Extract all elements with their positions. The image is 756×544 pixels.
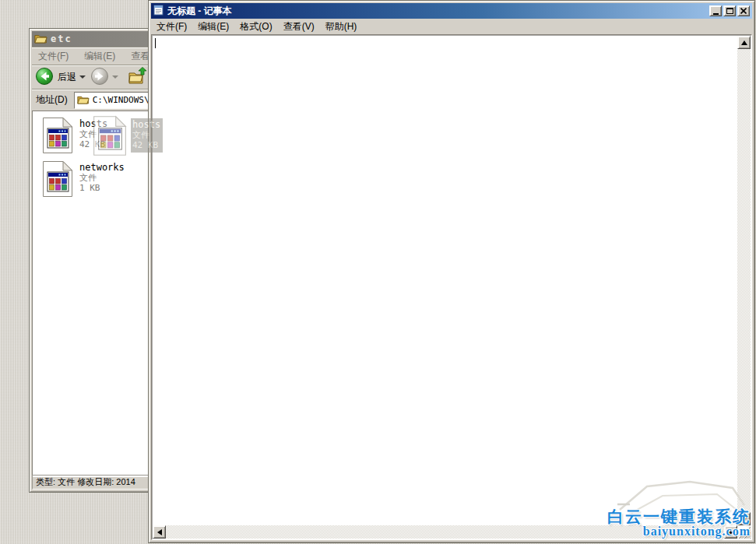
notepad-menu-edit[interactable]: 编辑(E)	[198, 20, 229, 33]
generic-file-icon	[93, 115, 127, 159]
vertical-scrollbar-track[interactable]	[737, 49, 751, 512]
notepad-menu-file[interactable]: 文件(F)	[156, 20, 187, 33]
gray-forward-arrow-icon	[90, 77, 109, 88]
notepad-window-title: 无标题 - 记事本	[167, 5, 232, 18]
back-button[interactable]: 后退	[35, 67, 76, 88]
file-name[interactable]: networks	[79, 162, 125, 173]
etc-menu-edit[interactable]: 编辑(E)	[84, 50, 115, 63]
back-dropdown-icon[interactable]	[79, 75, 86, 79]
up-folder-button[interactable]	[128, 67, 147, 88]
text-caret	[155, 38, 156, 48]
maximize-button[interactable]	[723, 5, 736, 16]
ghost-file-type: 文件	[132, 130, 160, 140]
drag-ghost-hosts: hosts 文件 42 KB	[93, 115, 163, 159]
close-button[interactable]	[737, 5, 750, 16]
notepad-text-area[interactable]	[151, 34, 752, 540]
address-label: 地址(D)	[36, 93, 68, 107]
green-back-arrow-icon	[35, 67, 54, 88]
notepad-menu-format[interactable]: 格式(O)	[240, 20, 272, 33]
address-value[interactable]: C:\WINDOWS\s	[93, 95, 154, 105]
open-folder-icon	[77, 94, 90, 107]
notepad-titlebar[interactable]: 无标题 - 记事本	[151, 3, 752, 19]
open-folder-icon	[34, 33, 47, 46]
watermark-url-text: baiyunxitong.com	[607, 525, 751, 539]
status-text: 类型: 文件 修改日期: 2014	[36, 476, 135, 488]
watermark-brand-text: 白云一键重装系统	[607, 508, 751, 525]
notepad-window[interactable]: 无标题 - 记事本 文件(F) 编辑(E) 格式(O) 查看(V) 帮助(H)	[148, 0, 755, 543]
generic-file-icon	[42, 117, 73, 156]
notepad-menubar: 文件(F) 编辑(E) 格式(O) 查看(V) 帮助(H)	[151, 19, 752, 34]
minimize-icon	[713, 13, 719, 15]
watermark: 白云一键重装系统 baiyunxitong.com	[607, 508, 751, 539]
notepad-icon	[153, 5, 164, 18]
scroll-up-button[interactable]	[737, 36, 751, 49]
folder-up-icon	[128, 77, 147, 88]
etc-menu-file[interactable]: 文件(F)	[38, 50, 69, 63]
generic-file-icon	[42, 160, 73, 200]
minimize-button[interactable]	[709, 5, 722, 16]
etc-window-title: etc	[51, 33, 72, 44]
triangle-up-icon	[741, 40, 747, 45]
forward-dropdown-icon[interactable]	[112, 75, 118, 79]
maximize-icon	[726, 8, 733, 14]
notepad-menu-help[interactable]: 帮助(H)	[325, 20, 357, 33]
scroll-left-button[interactable]	[153, 525, 166, 539]
ghost-file-size: 42 KB	[132, 140, 160, 150]
ghost-file-name: hosts	[132, 119, 160, 130]
file-type: 文件	[79, 173, 125, 183]
notepad-menu-view[interactable]: 查看(V)	[283, 20, 315, 33]
file-tile-networks[interactable]: networks 文件 1 KB	[42, 160, 125, 200]
back-button-label: 后退	[58, 71, 76, 84]
file-size: 1 KB	[79, 183, 125, 193]
forward-button[interactable]	[90, 67, 109, 88]
close-icon	[740, 8, 747, 14]
triangle-left-icon	[157, 529, 162, 535]
